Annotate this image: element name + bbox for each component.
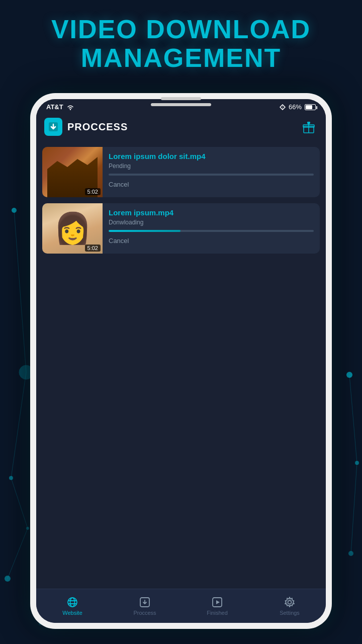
status-1: Pending bbox=[109, 163, 314, 170]
gear-icon bbox=[284, 596, 296, 608]
nav-item-finished[interactable]: Finished bbox=[181, 589, 253, 623]
download-item-2: 5:02 Lorem ipsum.mp4 Donwloading Cancel bbox=[42, 203, 320, 254]
svg-line-5 bbox=[14, 210, 26, 372]
svg-point-0 bbox=[12, 208, 17, 213]
nav-label-website: Website bbox=[62, 610, 82, 616]
download-arrow-icon bbox=[48, 121, 59, 132]
nav-item-website[interactable]: Website bbox=[36, 589, 109, 623]
phone-pill bbox=[161, 97, 201, 100]
wifi-icon bbox=[66, 104, 74, 110]
download-item: 5:02 Lorem ipsum dolor sit.mp4 Pending C… bbox=[42, 147, 320, 197]
page-title-section: VIDEO DOWNLOAD MANAGEMENT bbox=[0, 15, 362, 72]
svg-line-8 bbox=[8, 528, 28, 579]
finished-play-icon bbox=[211, 596, 223, 608]
app-title: PROCCESS bbox=[67, 121, 128, 133]
filename-2: Lorem ipsum.mp4 bbox=[109, 208, 314, 217]
nav-label-finished: Finished bbox=[207, 610, 228, 616]
svg-point-9 bbox=[346, 372, 352, 378]
progress-bar-1 bbox=[109, 174, 314, 176]
svg-point-4 bbox=[5, 576, 11, 582]
progress-fill-2 bbox=[109, 230, 180, 232]
phone-screen: AT&T 66% bbox=[36, 99, 326, 623]
svg-point-27 bbox=[70, 598, 75, 607]
battery-icon bbox=[305, 104, 316, 110]
app-icon bbox=[44, 118, 62, 136]
header-left: PROCCESS bbox=[44, 118, 128, 136]
svg-point-33 bbox=[288, 601, 292, 604]
svg-line-6 bbox=[11, 372, 26, 478]
status-right: 66% bbox=[280, 103, 316, 111]
phone-frame: AT&T 66% bbox=[30, 93, 332, 629]
svg-point-21 bbox=[70, 109, 71, 110]
svg-point-2 bbox=[9, 476, 13, 480]
svg-point-26 bbox=[68, 598, 77, 607]
status-carrier: AT&T bbox=[46, 103, 74, 111]
gift-button[interactable] bbox=[300, 118, 318, 136]
location-icon bbox=[280, 104, 286, 110]
nav-label-proccess: Proccess bbox=[133, 610, 156, 616]
download-list: 5:02 Lorem ipsum dolor sit.mp4 Pending C… bbox=[36, 141, 326, 589]
app-header: PROCCESS bbox=[36, 113, 326, 141]
svg-marker-32 bbox=[216, 600, 220, 604]
item-info-2: Lorem ipsum.mp4 Donwloading Cancel bbox=[103, 203, 320, 250]
page-title: VIDEO DOWNLOAD MANAGEMENT bbox=[0, 15, 362, 72]
svg-line-12 bbox=[349, 375, 357, 463]
svg-point-10 bbox=[355, 461, 359, 465]
svg-point-3 bbox=[26, 527, 29, 530]
thumbnail-1: 5:02 bbox=[42, 147, 103, 197]
nav-item-settings[interactable]: Settings bbox=[253, 589, 326, 623]
svg-line-13 bbox=[351, 463, 357, 553]
nav-label-settings: Settings bbox=[280, 610, 300, 616]
duration-1: 5:02 bbox=[85, 188, 101, 195]
item-info-1: Lorem ipsum dolor sit.mp4 Pending Cancel bbox=[103, 147, 320, 194]
proccess-download-icon bbox=[139, 596, 151, 608]
status-2: Donwloading bbox=[109, 219, 314, 226]
gift-icon bbox=[302, 120, 316, 134]
phone-speaker bbox=[151, 103, 211, 106]
svg-point-11 bbox=[348, 551, 353, 556]
filename-1: Lorem ipsum dolor sit.mp4 bbox=[109, 152, 314, 160]
globe-icon bbox=[66, 596, 78, 608]
nav-item-proccess[interactable]: Proccess bbox=[109, 589, 181, 623]
cancel-button-2[interactable]: Cancel bbox=[109, 237, 129, 245]
thumbnail-2: 5:02 bbox=[42, 203, 103, 254]
progress-bar-2 bbox=[109, 230, 314, 232]
duration-2: 5:02 bbox=[85, 245, 101, 252]
cancel-button-1[interactable]: Cancel bbox=[109, 181, 129, 188]
bottom-nav: Website Proccess Finis bbox=[36, 589, 326, 623]
svg-line-7 bbox=[11, 478, 28, 528]
